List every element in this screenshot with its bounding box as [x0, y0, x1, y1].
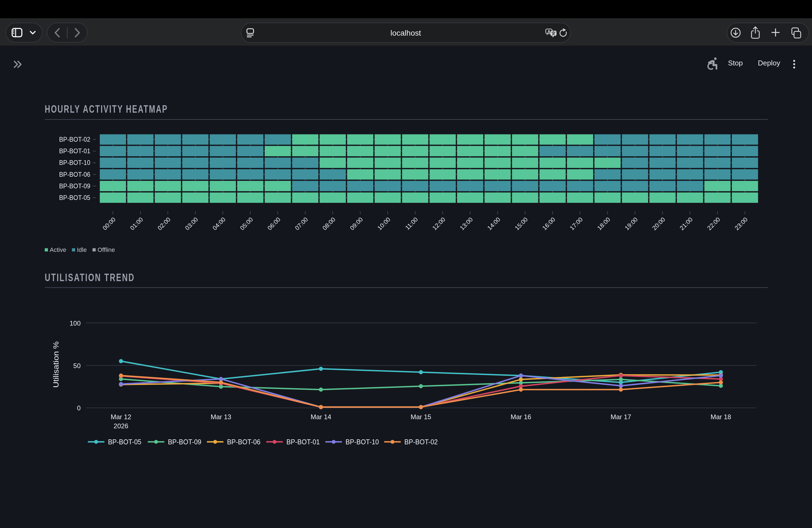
svg-text:2026: 2026: [114, 422, 128, 430]
svg-text:Offline: Offline: [98, 246, 115, 253]
svg-text:Mar 15: Mar 15: [411, 413, 431, 421]
svg-text:BP-BOT-02: BP-BOT-02: [404, 438, 438, 446]
svg-text:Mar 13: Mar 13: [211, 413, 231, 421]
svg-text:BP-BOT-09: BP-BOT-09: [59, 182, 90, 190]
svg-text:BP-BOT-10: BP-BOT-10: [59, 159, 90, 166]
svg-text:HOURLY ACTIVITY HEATMAP: HOURLY ACTIVITY HEATMAP: [45, 103, 168, 115]
svg-text:0: 0: [77, 404, 81, 412]
svg-text:Mar 18: Mar 18: [711, 413, 731, 421]
svg-text:Mar 17: Mar 17: [611, 413, 632, 421]
svg-text:localhost: localhost: [391, 29, 421, 37]
svg-text:BP-BOT-01: BP-BOT-01: [286, 438, 320, 446]
svg-text:BP-BOT-06: BP-BOT-06: [227, 438, 260, 446]
svg-text:100: 100: [70, 320, 81, 327]
svg-text:Deploy: Deploy: [758, 59, 780, 67]
svg-text:Idle: Idle: [77, 246, 87, 253]
svg-text:BP-BOT-06: BP-BOT-06: [59, 171, 90, 178]
svg-text:Active: Active: [50, 246, 66, 253]
svg-text:BP-BOT-05: BP-BOT-05: [108, 438, 141, 446]
svg-text:Mar 16: Mar 16: [511, 413, 532, 421]
svg-text:BP-BOT-09: BP-BOT-09: [168, 438, 201, 446]
svg-text:BP-BOT-01: BP-BOT-01: [59, 147, 90, 155]
svg-text:Stop: Stop: [728, 59, 743, 67]
svg-text:UTILISATION TREND: UTILISATION TREND: [45, 272, 135, 283]
svg-text:Mar 12: Mar 12: [111, 413, 131, 421]
svg-text:Utilisation %: Utilisation %: [52, 341, 60, 388]
svg-text:50: 50: [73, 362, 81, 369]
svg-text:BP-BOT-10: BP-BOT-10: [346, 438, 379, 446]
svg-text:Mar 14: Mar 14: [311, 413, 331, 421]
svg-text:BP-BOT-05: BP-BOT-05: [59, 194, 90, 201]
svg-text:BP-BOT-02: BP-BOT-02: [59, 136, 90, 143]
